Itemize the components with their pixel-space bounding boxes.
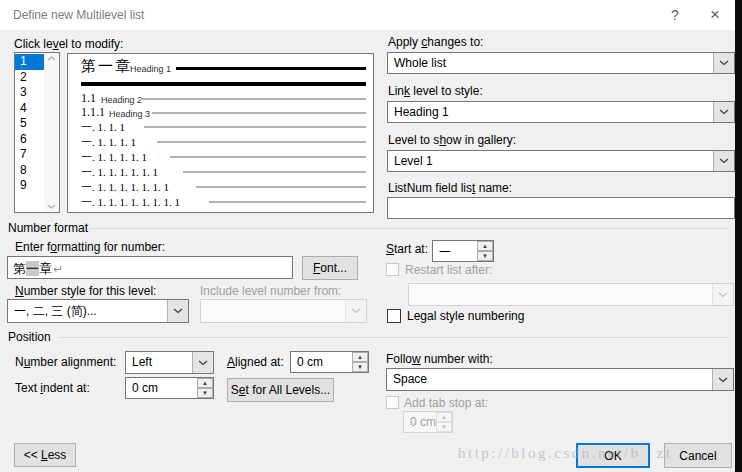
position-section-label: Position [8, 331, 51, 344]
preview-row: 一. 1. 1. 1. 1. 1. 1. 1 [81, 180, 169, 195]
spin-down-icon[interactable]: ▼ [477, 251, 493, 261]
preview-row: 一. 1. 1. 1. 1. 1 [81, 150, 147, 165]
section-divider [58, 337, 728, 338]
spin-up-icon[interactable]: ▲ [352, 352, 368, 362]
spin-up-icon: ▲ [436, 412, 452, 422]
formatting-input[interactable]: 第一章↵ [7, 256, 293, 279]
level-item-5[interactable]: 5 [15, 116, 44, 132]
link-level-label: Link level to style: [388, 85, 483, 98]
preview-line [144, 126, 366, 128]
number-alignment-value: Left [126, 352, 192, 373]
add-tab-stop-checkbox [386, 396, 399, 409]
legal-style-label: Legal style numbering [407, 310, 524, 323]
close-icon[interactable]: × [700, 3, 730, 27]
preview-row: 一. 1. 1. 1. 1 [81, 135, 136, 150]
preview-line [209, 201, 366, 203]
aligned-at-value: 0 cm [291, 352, 352, 372]
define-multilevel-list-dialog: Define new Multilevel list ? × Click lev… [0, 0, 742, 472]
cancel-button[interactable]: Cancel [664, 443, 732, 468]
preview-line [81, 82, 366, 86]
chevron-down-icon[interactable] [192, 352, 213, 373]
scroll-down-icon[interactable] [47, 204, 56, 209]
follow-number-label: Follow number with: [386, 353, 493, 366]
chevron-down-icon[interactable] [713, 102, 734, 122]
preview-line [157, 141, 366, 143]
follow-number-select[interactable]: Space [386, 368, 734, 391]
click-level-label: Click level to modify: [14, 38, 123, 51]
scroll-up-icon[interactable] [47, 56, 56, 61]
preview-l3-style: Heading 3 [109, 109, 150, 119]
number-alignment-select[interactable]: Left [125, 351, 214, 374]
spin-up-icon[interactable]: ▲ [197, 378, 213, 388]
listnum-label: ListNum field list name: [388, 182, 512, 195]
set-for-all-levels-button[interactable]: Set for All Levels... [227, 378, 334, 402]
number-alignment-label: Number alignment: [15, 356, 116, 369]
tab-stop-value: 0 cm [404, 412, 436, 432]
number-style-select[interactable]: 一, 二, 三 (简)... [7, 299, 189, 323]
spin-down-icon[interactable]: ▼ [352, 362, 368, 372]
level-item-8[interactable]: 8 [15, 163, 44, 179]
level-item-3[interactable]: 3 [15, 85, 44, 101]
list-preview: 第一章 Heading 1 1.1 Heading 2 1.1.1 Headin… [67, 53, 374, 213]
screen-right-edge [735, 0, 742, 472]
listnum-input[interactable] [387, 197, 735, 219]
start-at-spinner[interactable]: 一 ▲ ▼ [432, 240, 494, 262]
help-icon[interactable]: ? [660, 3, 690, 27]
include-level-select [200, 299, 367, 323]
preview-l1-style: Heading 1 [130, 64, 171, 74]
link-level-select[interactable]: Heading 1 [387, 101, 735, 123]
preview-l2-number: 1.1 [81, 91, 96, 106]
font-button[interactable]: Font... [302, 256, 358, 280]
aligned-at-label: Aligned at: [227, 356, 284, 369]
enter-formatting-label: Enter formatting for number: [15, 241, 165, 254]
level-item-6[interactable]: 6 [15, 132, 44, 148]
number-style-value: 一, 二, 三 (简)... [8, 300, 167, 322]
level-item-1[interactable]: 1 [15, 54, 44, 70]
preview-row: 一. 1. 1. 1. 1. 1. 1. 1. 1 [81, 195, 180, 210]
apply-changes-label: Apply changes to: [388, 36, 483, 49]
chevron-down-icon[interactable] [713, 53, 734, 73]
level-item-2[interactable]: 2 [15, 70, 44, 86]
gallery-level-select[interactable]: Level 1 [387, 150, 735, 172]
start-at-value: 一 [433, 241, 477, 261]
restart-list-value [409, 284, 712, 305]
level-list-scrollbar[interactable] [44, 53, 59, 212]
apply-changes-value: Whole list [388, 53, 713, 73]
preview-line [176, 67, 366, 70]
preview-line [183, 171, 366, 173]
less-button[interactable]: << Less [14, 443, 76, 467]
chevron-down-icon [345, 300, 366, 322]
preview-line [170, 156, 366, 158]
chevron-down-icon[interactable] [167, 300, 188, 322]
level-listbox[interactable]: 1 2 3 4 5 6 7 8 9 [14, 52, 60, 213]
dialog-title: Define new Multilevel list [13, 8, 144, 22]
level-item-9[interactable]: 9 [15, 178, 44, 194]
spin-up-icon[interactable]: ▲ [477, 241, 493, 251]
text-indent-spinner[interactable]: 0 cm ▲ ▼ [125, 377, 214, 399]
chevron-down-icon[interactable] [713, 151, 734, 171]
add-tab-stop-label: Add tab stop at: [404, 397, 488, 410]
section-divider [88, 228, 728, 229]
restart-list-label: Restart list after: [405, 264, 492, 277]
chevron-down-icon[interactable] [712, 369, 733, 390]
gallery-level-value: Level 1 [388, 151, 713, 171]
number-field-highlight: 一 [26, 261, 39, 276]
restart-list-select [408, 283, 734, 306]
legal-style-checkbox[interactable] [387, 309, 401, 323]
return-mark-icon: ↵ [53, 262, 63, 276]
number-format-section-label: Number format [8, 222, 88, 235]
ok-button[interactable]: OK [576, 443, 650, 468]
aligned-at-spinner[interactable]: 0 cm ▲ ▼ [290, 351, 369, 373]
number-style-label: Number style for this level: [15, 285, 156, 298]
spin-down-icon[interactable]: ▼ [197, 388, 213, 398]
level-item-7[interactable]: 7 [15, 147, 44, 163]
chevron-down-icon [712, 284, 733, 305]
level-item-4[interactable]: 4 [15, 101, 44, 117]
preview-row: 一. 1. 1. 1. 1. 1. 1 [81, 165, 158, 180]
apply-changes-select[interactable]: Whole list [387, 52, 735, 74]
restart-list-checkbox [386, 263, 399, 276]
preview-l1-number: 第一章 [81, 57, 132, 76]
preview-line [140, 98, 366, 100]
tab-stop-spinner: 0 cm ▲ ▼ [403, 411, 453, 433]
start-at-label: Start at: [386, 243, 428, 256]
